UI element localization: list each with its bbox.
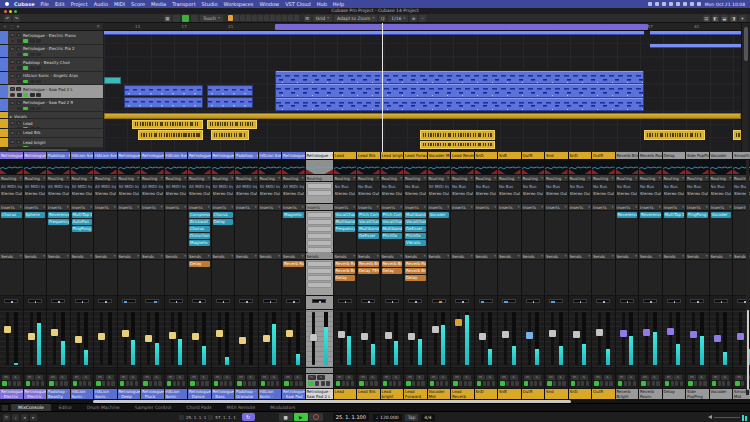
read-automation-button[interactable] bbox=[30, 107, 35, 111]
send-slot[interactable]: Delay bbox=[189, 261, 210, 267]
routing-input[interactable]: All MIDI Inputs bbox=[189, 183, 210, 190]
insert-slot[interactable]: VocalChain bbox=[335, 212, 356, 218]
eq-curve-display[interactable] bbox=[451, 160, 474, 175]
channel-solo-button[interactable]: s bbox=[721, 375, 729, 380]
midi-clip[interactable] bbox=[104, 31, 644, 35]
fader-cap[interactable] bbox=[479, 333, 486, 340]
channel-name-label[interactable]: Delay bbox=[663, 389, 686, 399]
menubar-item-transport[interactable]: Transport bbox=[172, 1, 195, 7]
mixer-channel[interactable]: Retrologue - Deep BassRouting▾All MIDI I… bbox=[118, 152, 142, 399]
bluetooth-icon[interactable] bbox=[655, 2, 659, 6]
channel-mute-button[interactable]: m bbox=[214, 375, 222, 380]
mixer-channel[interactable]: Padshop - Granular PadRouting▾All MIDI I… bbox=[235, 152, 259, 399]
draw-tool[interactable] bbox=[276, 15, 281, 21]
channel-monitor-button[interactable] bbox=[641, 381, 646, 386]
channel-solo-button[interactable]: s bbox=[12, 375, 20, 380]
pan-control[interactable] bbox=[4, 299, 18, 303]
channel-mute-button[interactable]: m bbox=[688, 375, 696, 380]
fader-cap[interactable] bbox=[310, 334, 317, 341]
routing-output[interactable]: Stereo Out bbox=[546, 190, 567, 197]
channel-edit-button[interactable] bbox=[248, 381, 251, 386]
channel-tab[interactable]: Retrologue - Electric Pia 2 bbox=[24, 152, 47, 160]
menubar-item-project[interactable]: Project bbox=[71, 1, 88, 7]
pan-control[interactable] bbox=[573, 299, 587, 303]
midi-clip[interactable] bbox=[650, 31, 741, 35]
channel-record-button[interactable] bbox=[600, 381, 603, 386]
mixer-channel[interactable]: DelayRouting▾No BusStereo OutInserts▾Mul… bbox=[663, 152, 687, 399]
channel-mute-button[interactable]: m bbox=[453, 375, 461, 380]
output-volume-slider[interactable] bbox=[714, 417, 740, 418]
channel-tab[interactable]: Side PopPing bbox=[686, 152, 709, 160]
stop-button[interactable]: ■ bbox=[279, 413, 293, 421]
rack-header-inserts[interactable]: Inserts▾ bbox=[235, 204, 258, 211]
rack-header-sends[interactable]: Sends▾ bbox=[24, 253, 47, 260]
channel-tab[interactable]: OutR bbox=[522, 152, 545, 160]
rack-header-routing[interactable]: Routing▾ bbox=[235, 175, 258, 182]
routing-output[interactable]: Stereo Out bbox=[593, 190, 614, 197]
channel-solo-button[interactable]: s bbox=[153, 375, 161, 380]
channel-edit-button[interactable] bbox=[224, 381, 227, 386]
channel-automation-button[interactable] bbox=[656, 381, 659, 386]
midi-clip-group[interactable] bbox=[275, 71, 644, 111]
insert-slot[interactable]: Brickwall bbox=[189, 219, 210, 225]
insert-slot[interactable]: VocalChain bbox=[358, 219, 379, 225]
menubar-item-workspaces[interactable]: Workspaces bbox=[224, 1, 254, 7]
rack-header-routing[interactable]: Routing▾ bbox=[282, 175, 305, 182]
rack-header-sends[interactable]: Sends▾ bbox=[235, 253, 258, 260]
pan-control[interactable] bbox=[502, 299, 516, 303]
track-row[interactable]: msLead Brk bbox=[6, 129, 103, 139]
mixer-channel[interactable]: Padshop - Beastly ChoirRouting▾All MIDI … bbox=[47, 152, 71, 399]
channel-record-button[interactable] bbox=[530, 381, 533, 386]
channel-name-label[interactable]: Lead Forward bbox=[404, 389, 427, 399]
track-row[interactable]: msPadshop - Beastly Choir bbox=[6, 58, 103, 72]
fader-track[interactable] bbox=[218, 312, 221, 365]
channel-name-label[interactable]: OutR bbox=[592, 389, 615, 399]
fader-cap[interactable] bbox=[338, 331, 345, 338]
eq-curve-display[interactable] bbox=[404, 160, 427, 175]
channel-record-button[interactable] bbox=[220, 381, 223, 386]
tempo-display[interactable]: ♩ 120.000 bbox=[373, 414, 402, 421]
channel-monitor-button[interactable] bbox=[735, 381, 740, 386]
right-locator-icon[interactable] bbox=[208, 415, 213, 420]
channel-tab[interactable]: Lead Forward bbox=[404, 152, 427, 160]
monitor-button[interactable] bbox=[17, 53, 22, 57]
channel-name-label[interactable]: SnD bbox=[475, 389, 498, 399]
fader-cap[interactable] bbox=[596, 329, 603, 336]
track-mute-button[interactable]: m bbox=[10, 74, 15, 78]
play-button[interactable]: ▶ bbox=[294, 413, 308, 421]
quantize-icon[interactable]: Q bbox=[379, 15, 386, 22]
routing-output[interactable]: Stereo Out bbox=[523, 190, 544, 197]
menubar-item-studio[interactable]: Studio bbox=[202, 1, 218, 7]
eq-curve-display[interactable] bbox=[498, 160, 521, 175]
eq-curve-display[interactable] bbox=[334, 160, 357, 175]
rack-header-sends[interactable]: Sends▾ bbox=[94, 253, 117, 260]
channel-tab[interactable]: Lead bright bbox=[381, 152, 404, 160]
channel-tab[interactable]: SnD bbox=[475, 152, 498, 160]
filter-track-types-icon[interactable]: ▾ bbox=[17, 24, 19, 29]
channel-record-button[interactable] bbox=[436, 381, 439, 386]
folder-toggle-icon[interactable]: ▸ bbox=[10, 114, 12, 119]
mixer-channel[interactable]: LeadRouting▾No BusStereo OutInserts▾Voca… bbox=[334, 152, 358, 399]
rack-header-inserts[interactable]: Inserts▾ bbox=[451, 204, 474, 211]
rack-header-routing[interactable]: Routing▾ bbox=[188, 175, 211, 182]
channel-solo-button[interactable]: s bbox=[129, 375, 137, 380]
channel-tab[interactable]: Snd bbox=[545, 152, 568, 160]
fader-cap[interactable] bbox=[432, 326, 439, 333]
rack-header-inserts[interactable]: Inserts▾ bbox=[0, 204, 23, 211]
eq-curve-display[interactable] bbox=[639, 160, 662, 175]
channel-tab[interactable]: Reverb Room bbox=[639, 152, 662, 160]
send-slot[interactable] bbox=[307, 282, 332, 288]
channel-edit-button[interactable] bbox=[487, 381, 490, 386]
channel-record-button[interactable] bbox=[290, 381, 293, 386]
insert-slot[interactable]: PingPong Delay bbox=[687, 212, 708, 218]
routing-output[interactable]: Stereo Out bbox=[711, 190, 732, 197]
routing-output[interactable]: Stereo Out bbox=[213, 190, 234, 197]
wifi-icon[interactable] bbox=[669, 2, 673, 6]
channel-monitor-button[interactable] bbox=[571, 381, 576, 386]
automation-mode-dropdown[interactable]: Touch▾ bbox=[200, 15, 223, 22]
channel-name-label[interactable]: Retrologue - Bass Synth bbox=[212, 389, 235, 399]
fader-cap[interactable] bbox=[667, 328, 674, 335]
insert-slot[interactable]: Delay bbox=[213, 219, 234, 225]
channel-tab[interactable]: HALion Sonic - Saw Stack bbox=[165, 152, 188, 160]
channel-tab[interactable]: Lead bbox=[334, 152, 357, 160]
